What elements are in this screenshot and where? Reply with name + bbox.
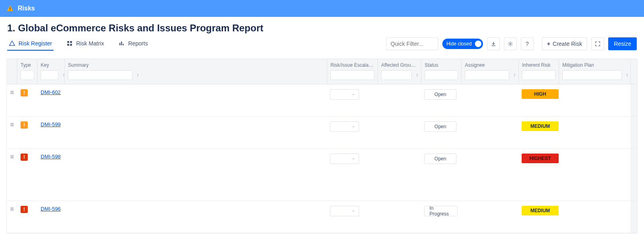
status-badge[interactable]: In Progress	[424, 206, 458, 216]
svg-rect-3	[70, 41, 72, 43]
col-groups[interactable]: Affected Group(s) ↑	[378, 59, 421, 84]
gear-icon	[508, 41, 513, 47]
cell-summary	[65, 149, 327, 201]
filter-status-input[interactable]	[425, 70, 458, 80]
issue-type-icon: !	[21, 206, 28, 213]
col-status[interactable]: Status	[421, 59, 462, 84]
col-key[interactable]: Key ↑	[37, 59, 65, 84]
issue-key-link[interactable]: DMI-599	[41, 121, 61, 128]
grid-header: Type Key ↑ Summary ↑ Risk/Issue Escalati…	[7, 59, 637, 84]
drag-handle-icon	[10, 207, 14, 212]
settings-button[interactable]	[504, 37, 517, 50]
table-row[interactable]: !DMI-596In ProgressMEDIUM	[7, 201, 637, 233]
table-row[interactable]: !DMI-599OpenMEDIUM	[7, 117, 637, 149]
cell-gutter	[630, 117, 637, 148]
issue-key-link[interactable]: DMI-596	[41, 206, 61, 213]
cell-inherent-risk: MEDIUM	[518, 117, 559, 148]
svg-rect-2	[67, 41, 69, 43]
tabs: Risk Register Risk Matrix Reports	[7, 37, 150, 51]
cell-gutter	[630, 149, 637, 201]
cell-escalation	[327, 84, 378, 116]
help-button[interactable]: ?	[521, 37, 534, 50]
status-badge[interactable]: Open	[424, 89, 456, 100]
col-type-label: Type	[21, 62, 34, 68]
col-assignee[interactable]: Assignee ↑	[462, 59, 519, 84]
cell-mitigation	[559, 149, 630, 201]
col-mitigation-label: Mitigation Plan	[562, 62, 627, 68]
filter-type-input[interactable]	[21, 70, 34, 80]
resize-button[interactable]: Resize	[608, 37, 637, 50]
escalation-select[interactable]	[330, 206, 359, 216]
toolbar-controls: Hide closed ? + Create Risk Resize	[386, 37, 637, 50]
cell-gutter	[630, 84, 637, 116]
bar-chart-icon	[118, 40, 125, 47]
filter-groups-input[interactable]	[381, 70, 412, 80]
hide-closed-label: Hide closed	[446, 41, 472, 47]
sort-asc-icon[interactable]: ↑	[414, 72, 418, 78]
svg-rect-5	[70, 44, 72, 46]
chevron-down-icon	[351, 209, 355, 213]
issue-type-icon: !	[21, 121, 28, 129]
cell-status: In Progress	[421, 201, 461, 233]
cell-key: DMI-598	[37, 149, 65, 201]
col-inherent-risk[interactable]: Inherent Risk	[519, 59, 559, 84]
col-groups-label: Affected Group(s)	[381, 62, 418, 68]
filter-escalation-input[interactable]	[330, 70, 374, 80]
sort-asc-icon[interactable]: ↑	[512, 72, 516, 78]
row-drag-handle[interactable]	[7, 201, 17, 233]
row-drag-handle[interactable]	[7, 84, 17, 116]
cell-status: Open	[421, 149, 461, 201]
row-drag-handle[interactable]	[7, 117, 17, 148]
col-mitigation[interactable]: Mitigation Plan ↑	[559, 59, 631, 84]
cell-mitigation	[559, 117, 630, 148]
cell-type: !	[17, 84, 37, 116]
status-badge[interactable]: Open	[424, 154, 456, 164]
tab-label: Reports	[128, 40, 148, 47]
cell-assignee	[461, 149, 518, 201]
status-badge[interactable]: Open	[424, 121, 456, 132]
escalation-select[interactable]	[330, 89, 359, 100]
tab-risk-matrix[interactable]: Risk Matrix	[65, 37, 105, 51]
filter-key-input[interactable]	[41, 70, 58, 80]
col-status-label: Status	[425, 62, 458, 68]
issue-key-link[interactable]: DMI-598	[41, 154, 61, 160]
col-summary[interactable]: Summary ↑	[65, 59, 327, 84]
tab-reports[interactable]: Reports	[117, 37, 149, 51]
col-type[interactable]: Type	[17, 59, 37, 84]
export-button[interactable]	[487, 37, 500, 50]
risk-grid: Type Key ↑ Summary ↑ Risk/Issue Escalati…	[6, 59, 638, 234]
filter-mitigation-input[interactable]	[562, 70, 622, 80]
fullscreen-button[interactable]	[591, 37, 604, 50]
cell-type: !	[17, 117, 37, 148]
sort-asc-icon[interactable]: ↑	[61, 72, 65, 78]
svg-rect-8	[123, 44, 124, 45]
sort-asc-icon[interactable]: ↑	[135, 72, 139, 78]
grid-rows: !DMI-602OpenHIGH!DMI-599OpenMEDIUM!DMI-5…	[7, 84, 637, 233]
col-handle	[7, 59, 17, 84]
col-escalation[interactable]: Risk/Issue Escalation Level	[327, 59, 378, 84]
escalation-select[interactable]	[330, 154, 359, 164]
filter-assignee-input[interactable]	[465, 70, 509, 80]
escalation-select[interactable]	[330, 121, 359, 132]
hide-closed-toggle[interactable]: Hide closed	[442, 39, 483, 49]
filter-summary-input[interactable]	[68, 70, 132, 80]
chevron-down-icon	[351, 157, 355, 161]
cell-inherent-risk: HIGH	[518, 84, 559, 116]
table-row[interactable]: !DMI-602OpenHIGH	[7, 84, 637, 117]
row-drag-handle[interactable]	[7, 149, 17, 201]
app-banner: Risks	[0, 0, 644, 17]
cell-status: Open	[421, 117, 461, 148]
table-row[interactable]: !DMI-598OpenHIGHEST	[7, 149, 637, 201]
triangle-alert-icon	[9, 40, 15, 47]
cell-escalation	[327, 201, 378, 233]
quick-filter-input[interactable]	[386, 37, 438, 50]
create-risk-button[interactable]: + Create Risk	[542, 37, 587, 50]
cell-mitigation	[559, 84, 630, 116]
cell-key: DMI-602	[37, 84, 65, 116]
issue-key-link[interactable]: DMI-602	[41, 89, 61, 96]
col-inherent-label: Inherent Risk	[522, 62, 555, 68]
filter-inherent-input[interactable]	[522, 70, 555, 80]
toggle-knob-icon	[475, 41, 481, 47]
sort-asc-icon[interactable]: ↑	[624, 72, 628, 78]
tab-risk-register[interactable]: Risk Register	[7, 37, 54, 51]
